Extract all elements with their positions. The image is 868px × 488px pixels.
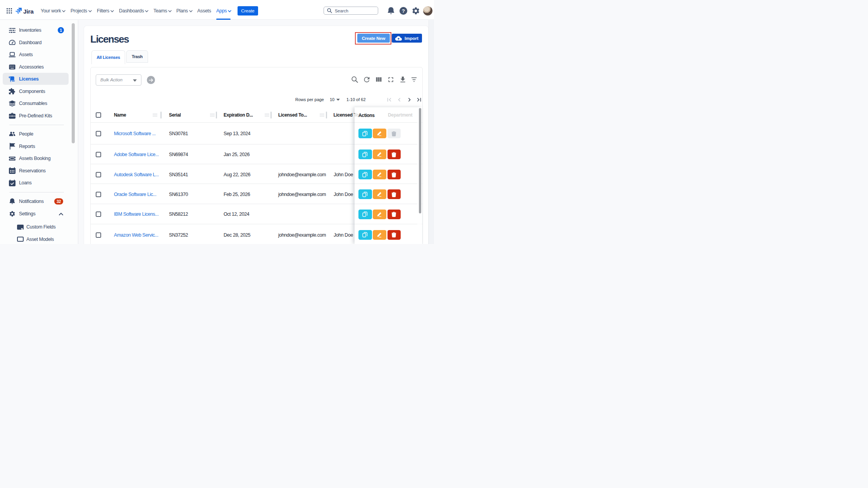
svg-text:?: ? [402,8,405,14]
